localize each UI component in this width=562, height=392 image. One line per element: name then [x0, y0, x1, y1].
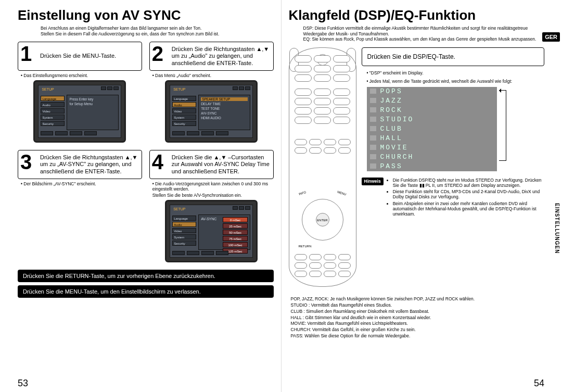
remote-num-btn[interactable] — [314, 117, 331, 124]
remote-transport-btn[interactable] — [309, 139, 322, 145]
page-num-right: 54 — [534, 378, 544, 389]
tv4-av0: 0 mSec — [223, 217, 248, 222]
remote-transport-btn[interactable] — [295, 139, 307, 145]
remote-btn[interactable] — [314, 55, 331, 62]
dsp-instruction: Drücken Sie die DSP/EQ-Taste. — [362, 47, 545, 66]
remote-btn[interactable] — [338, 254, 351, 260]
remote-btn[interactable] — [309, 262, 322, 269]
page-title-left: Einstellung von AV SYNC — [18, 7, 274, 23]
remote-btn[interactable] — [333, 55, 350, 62]
remote-btn[interactable] — [338, 262, 351, 269]
dsp-mode: POPS — [367, 87, 497, 96]
mode-glossary: POP, JAZZ, ROCK: Je nach Musikgenre könn… — [291, 296, 545, 339]
hinweis-item: Beim Abspielen einer in zwei oder mehr K… — [393, 201, 544, 217]
remote-num-btn[interactable] — [295, 117, 312, 124]
tv-screenshot-2: SETUP Language Audio Video System Securi… — [165, 80, 258, 143]
tv2-li-4: Security — [172, 121, 196, 126]
hinweis-block: Hinweis Die Funktion DSP/EQ steht nur im… — [362, 178, 545, 218]
dsp-mode: HALL — [367, 134, 497, 143]
tv1-title: SETUP — [42, 87, 54, 91]
loop-arrow-icon — [499, 90, 506, 161]
remote-btn[interactable] — [295, 271, 307, 277]
remote-btn[interactable] — [314, 74, 331, 82]
dsp-mode: CLUB — [367, 124, 497, 134]
remote-btn[interactable] — [295, 55, 312, 62]
intro-left: Bei Anschluss an einen Digitalfernseher … — [41, 26, 274, 36]
tv4-av3: 75 mSec — [223, 236, 248, 241]
remote-num-btn[interactable] — [314, 107, 331, 115]
remote-btn[interactable] — [333, 65, 350, 72]
remote-return-label: RETURN — [299, 245, 312, 248]
step-2-num: 2 — [152, 43, 163, 64]
tv4-li-4: Security — [172, 241, 196, 246]
remote-dpad[interactable]: ENTER — [302, 199, 343, 241]
dsp-note-1: • "DSP" erscheint im Display. — [367, 70, 545, 75]
remote-btn[interactable] — [324, 254, 336, 260]
step-4-note2: Stellen Sie die beste A/V-Synchronisatio… — [152, 193, 274, 198]
remote-num-btn[interactable] — [333, 98, 350, 105]
remote-btn[interactable] — [324, 271, 336, 277]
glossary-line: STUDIO : Vermittelt das Raumgefühl eines… — [291, 302, 545, 309]
remote-transport-btn[interactable] — [324, 147, 336, 154]
step-3-num: 3 — [20, 151, 32, 172]
page-54: GER EINSTELLUNGEN Klangfeld (DSP)/EQ-Fun… — [282, 0, 563, 392]
remote-num-btn[interactable] — [295, 98, 312, 105]
glossary-line: POP, JAZZ, ROCK: Je nach Musikgenre könn… — [291, 296, 545, 302]
remote-btn[interactable] — [333, 74, 350, 82]
glossary-line: CLUB : Simuliert den Raumklang einer Dis… — [291, 309, 545, 315]
remote-transport-btn[interactable] — [338, 139, 351, 145]
step-1-note: • Das Einstellungsmenü erscheint. — [21, 73, 142, 78]
remote-enter-btn[interactable]: ENTER — [316, 213, 329, 226]
glossary-line: MOVIE: Vermittelt das Raumgefühl eines L… — [291, 321, 545, 327]
remote-num-btn[interactable] — [333, 117, 350, 124]
remote-num-btn[interactable] — [314, 98, 331, 105]
tv2-li-1: Audio — [172, 102, 196, 107]
remote-transport-btn[interactable] — [309, 147, 322, 154]
step-1: 1 Drücken Sie die MENU-Taste. • Das Eins… — [18, 42, 142, 147]
dsp-mode: JAZZ — [367, 96, 497, 106]
tv4-av4: 100 mSec — [223, 242, 248, 247]
return-bar: Drücken Sie die RETURN-Taste, um zur vor… — [18, 270, 274, 282]
remote-num-btn[interactable] — [295, 88, 312, 96]
remote-btn[interactable] — [338, 271, 351, 277]
remote-btn[interactable] — [309, 254, 322, 260]
tv2-a0: SPEAKER SETUP — [201, 97, 248, 101]
remote-num-btn[interactable] — [333, 88, 350, 96]
remote-transport-btn[interactable] — [324, 139, 336, 145]
remote-num-btn[interactable] — [295, 107, 312, 115]
dsp-mode: PASS — [367, 162, 497, 171]
remote-btn[interactable] — [295, 74, 312, 82]
dsp-panel: Drücken Sie die DSP/EQ-Taste. • "DSP" er… — [362, 47, 545, 287]
step-3-head: 3 Drücken Sie die Richtungstasten ▲,▼ um… — [18, 150, 142, 179]
remote-btn[interactable] — [295, 262, 307, 269]
tv1-li-1: Audio — [41, 102, 65, 107]
hinweis-item: Diese Funktion steht für CDs, MP3-CDs un… — [393, 189, 544, 199]
remote-num-btn[interactable] — [314, 88, 331, 96]
remote-transport-btn[interactable] — [295, 147, 307, 154]
remote-btn[interactable] — [314, 65, 331, 72]
remote-num-btn[interactable] — [333, 107, 350, 115]
step-3-text: Drücken Sie die Richtungstasten ▲,▼ um z… — [40, 154, 138, 175]
tv4-li-3: System — [172, 234, 196, 239]
step-2-note: • Das Menü „Audio" erscheint. — [152, 73, 274, 78]
remote-transport-btn[interactable] — [338, 147, 351, 154]
lang-badge: GER — [542, 32, 560, 42]
remote-btn[interactable] — [295, 65, 312, 72]
step-4-head: 4 Drücken Sie die ▲,▼ –Cursortasten zur … — [149, 150, 274, 179]
remote-btn[interactable] — [309, 271, 322, 277]
step-2: 2 Drücken Sie die Richtungstasten ▲,▼ um… — [149, 42, 274, 147]
remote-btn[interactable] — [324, 262, 336, 269]
dsp-mode: MOVIE — [367, 143, 497, 153]
remote-info-label: INFO — [298, 191, 306, 196]
tv-screenshot-1: SETUP Language Audio Video System Securi… — [33, 80, 126, 143]
page-num-left: 53 — [18, 378, 28, 389]
tv2-a1: DELAY TIME — [201, 102, 248, 106]
step-4-text: Drücken Sie die ▲,▼ –Cursortasten zur Au… — [172, 154, 270, 175]
tv4-li-0: Language — [172, 216, 196, 221]
step-4: 4 Drücken Sie die ▲,▼ –Cursortasten zur … — [149, 150, 274, 267]
remote-btn[interactable] — [295, 254, 307, 260]
step-1-head: 1 Drücken Sie die MENU-Taste. — [18, 42, 142, 71]
step-4-note1: • Die Audio-Verzögerungszeit kann zwisch… — [152, 181, 274, 192]
remote-diagram: INFO MENU ENTER RETURN — [289, 47, 356, 287]
glossary-line: PASS: Wählen Sie diese Option für die no… — [291, 333, 545, 339]
